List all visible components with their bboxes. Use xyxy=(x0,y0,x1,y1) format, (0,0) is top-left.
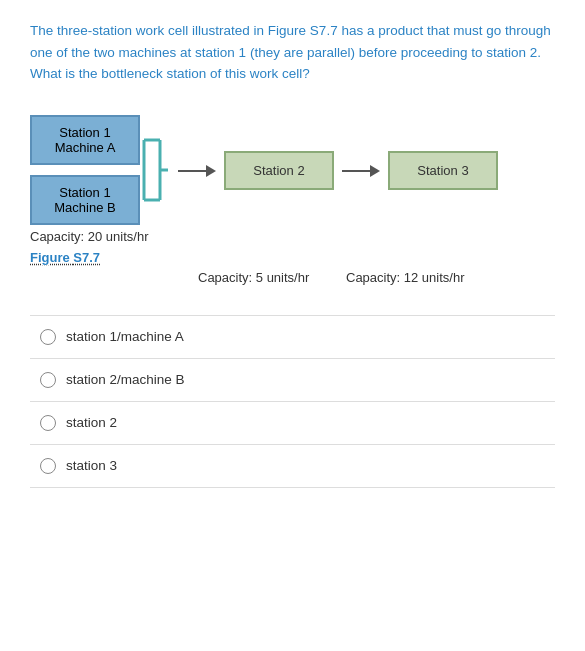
figure-label: Figure S7.7 xyxy=(30,250,100,265)
option-4[interactable]: station 3 xyxy=(30,445,555,488)
station2-box: Station 2 xyxy=(224,151,334,190)
station1-group: Station 1 Machine A Station 1 Machine B xyxy=(30,115,170,265)
option-4-label: station 3 xyxy=(66,458,117,473)
bracket-svg xyxy=(140,125,170,215)
station3-label: Station 3 xyxy=(410,163,476,178)
radio-3[interactable] xyxy=(40,415,56,431)
figure-prefix: Figure xyxy=(30,250,73,265)
station1a-label: Station 1 xyxy=(46,125,124,140)
station1-capacity: Capacity: 20 units/hr xyxy=(30,229,149,244)
station1a-sublabel: Machine A xyxy=(46,140,124,155)
station1a-box: Station 1 Machine A xyxy=(30,115,140,165)
options-section: station 1/machine A station 2/machine B … xyxy=(30,315,555,488)
station2-label: Station 2 xyxy=(246,163,312,178)
station1b-label: Station 1 xyxy=(46,185,124,200)
station3-capacity: Capacity: 12 units/hr xyxy=(346,270,494,285)
arrow1 xyxy=(178,165,216,177)
radio-1[interactable] xyxy=(40,329,56,345)
arrow2 xyxy=(342,165,380,177)
option-3[interactable]: station 2 xyxy=(30,402,555,445)
station2-group: Station 2 xyxy=(224,151,334,190)
option-2-label: station 2/machine B xyxy=(66,372,185,387)
station1b-box: Station 1 Machine B xyxy=(30,175,140,225)
diagram-area: Station 1 Machine A Station 1 Machine B xyxy=(30,115,555,285)
station1b-sublabel: Machine B xyxy=(46,200,124,215)
figure-id: S7.7 xyxy=(73,250,100,265)
option-2[interactable]: station 2/machine B xyxy=(30,359,555,402)
question-text: The three-station work cell illustrated … xyxy=(30,20,555,85)
station3-box: Station 3 xyxy=(388,151,498,190)
option-1[interactable]: station 1/machine A xyxy=(30,316,555,359)
option-3-label: station 2 xyxy=(66,415,117,430)
option-1-label: station 1/machine A xyxy=(66,329,184,344)
station3-group: Station 3 xyxy=(388,151,498,190)
station2-capacity: Capacity: 5 units/hr xyxy=(198,270,346,285)
radio-4[interactable] xyxy=(40,458,56,474)
radio-2[interactable] xyxy=(40,372,56,388)
